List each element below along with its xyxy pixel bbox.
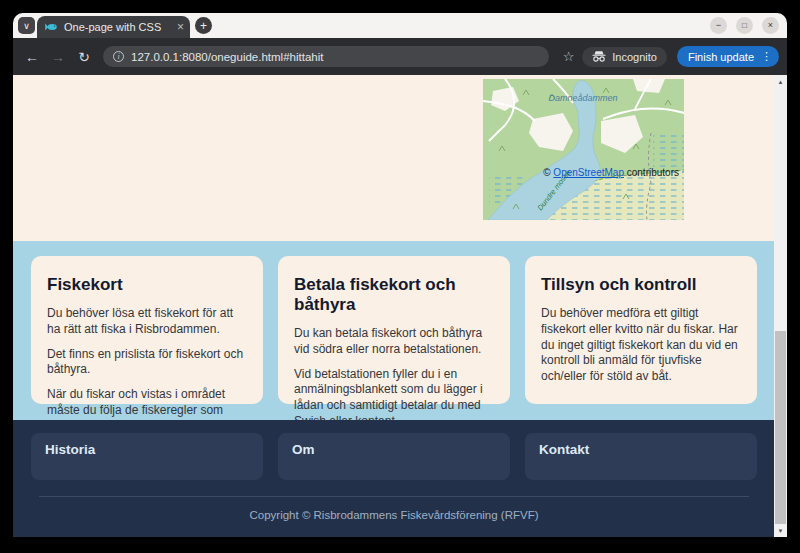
- lake-label: Damneådammen: [548, 93, 617, 103]
- card-fiskekort: Fiskekort Du behöver lösa ett fiskekort …: [31, 256, 263, 404]
- forward-button[interactable]: →: [47, 49, 69, 65]
- menu-dots-icon: ⋮: [761, 50, 772, 63]
- fish-favicon-icon: [45, 22, 58, 32]
- browser-toolbar: ← → ↻ i 127.0.0.1:8080/oneguide.html#hit…: [13, 38, 787, 75]
- attribution-suffix: contributors: [624, 167, 679, 178]
- close-button[interactable]: ×: [762, 17, 779, 34]
- new-tab-button[interactable]: +: [195, 17, 212, 34]
- finish-update-button[interactable]: Finish update ⋮: [677, 46, 779, 67]
- info-cards-section: Fiskekort Du behöver lösa ett fiskekort …: [13, 241, 774, 420]
- footer-link-kontakt[interactable]: Kontakt: [525, 433, 757, 480]
- site-info-icon[interactable]: i: [113, 51, 124, 62]
- tab-title: One-page with CSS: [64, 21, 171, 33]
- footer-link-label: Om: [292, 442, 496, 457]
- footer-divider: [39, 496, 749, 497]
- card-paragraph: Du behöver medföra ett giltigt fiskekort…: [541, 306, 741, 385]
- map-attribution: © OpenStreetMap contributors: [543, 167, 679, 178]
- footer-link-label: Kontakt: [539, 442, 743, 457]
- desktop-background: ∨ One-page with CSS × + − □: [0, 0, 800, 553]
- webpage: Damneådammen Dundre mosse © OpenStreetMa…: [13, 75, 774, 537]
- map-image: Damneådammen Dundre mosse © OpenStreetMa…: [483, 79, 684, 220]
- incognito-label: Incognito: [612, 51, 657, 63]
- map-section: Damneådammen Dundre mosse © OpenStreetMa…: [13, 75, 774, 241]
- window-controls: − □ ×: [710, 17, 779, 34]
- footer-link-om[interactable]: Om: [278, 433, 510, 480]
- maximize-button[interactable]: □: [736, 17, 753, 34]
- vertical-scrollbar[interactable]: ▲ ▼: [774, 75, 787, 537]
- scroll-up-icon: ▲: [778, 79, 784, 85]
- card-paragraph: Du behöver lösa ett fiskekort för att ha…: [47, 306, 247, 338]
- close-icon: ×: [768, 21, 773, 30]
- scroll-down-icon: ▼: [778, 528, 784, 534]
- address-bar[interactable]: i 127.0.0.1:8080/oneguide.html#hittahit: [103, 46, 549, 67]
- url-text: 127.0.0.1:8080/oneguide.html#hittahit: [131, 51, 323, 63]
- copyright-text: Copyright © Risbrodammens Fiskevårdsföre…: [31, 509, 757, 521]
- card-tillsyn: Tillsyn och kontroll Du behöver medföra …: [525, 256, 757, 404]
- card-title: Tillsyn och kontroll: [541, 275, 741, 295]
- scroll-up-button[interactable]: ▲: [774, 75, 787, 88]
- finish-update-label: Finish update: [688, 51, 754, 63]
- card-betala: Betala fiskekort och båthyra Du kan beta…: [278, 256, 510, 404]
- scroll-down-button[interactable]: ▼: [774, 524, 787, 537]
- attribution-prefix: ©: [543, 167, 553, 178]
- card-title: Betala fiskekort och båthyra: [294, 275, 494, 315]
- card-title: Fiskekort: [47, 275, 247, 295]
- chevron-down-icon: ∨: [23, 21, 30, 31]
- browser-tab[interactable]: One-page with CSS ×: [37, 16, 190, 38]
- footer-link-label: Historia: [45, 442, 249, 457]
- incognito-badge: Incognito: [582, 47, 667, 67]
- plus-icon: +: [200, 19, 207, 33]
- openstreetmap-graphic: Damneådammen Dundre mosse: [483, 79, 684, 220]
- card-paragraph: Det finns en prislista för fiskekort och…: [47, 347, 247, 379]
- minimize-button[interactable]: −: [710, 17, 727, 34]
- openstreetmap-link[interactable]: OpenStreetMap: [553, 167, 624, 178]
- site-footer: Historia Om Kontakt Copyright © Risbroda…: [13, 420, 774, 537]
- reload-button[interactable]: ↻: [73, 49, 95, 65]
- scrollbar-thumb[interactable]: [775, 331, 786, 524]
- bookmark-star-icon[interactable]: ☆: [563, 49, 575, 64]
- tab-close-icon[interactable]: ×: [177, 21, 184, 33]
- tab-search-button[interactable]: ∨: [18, 17, 35, 34]
- back-button[interactable]: ←: [21, 49, 43, 65]
- browser-window: ∨ One-page with CSS × + − □: [13, 13, 787, 537]
- incognito-icon: [592, 51, 606, 62]
- footer-link-historia[interactable]: Historia: [31, 433, 263, 480]
- page-viewport: Damneådammen Dundre mosse © OpenStreetMa…: [13, 75, 787, 537]
- minimize-icon: −: [716, 21, 721, 30]
- footer-nav: Historia Om Kontakt: [31, 433, 757, 480]
- maximize-icon: □: [742, 22, 747, 30]
- card-paragraph: Du kan betala fiskekort och båthyra vid …: [294, 326, 494, 358]
- browser-titlebar: ∨ One-page with CSS × + − □: [13, 13, 787, 38]
